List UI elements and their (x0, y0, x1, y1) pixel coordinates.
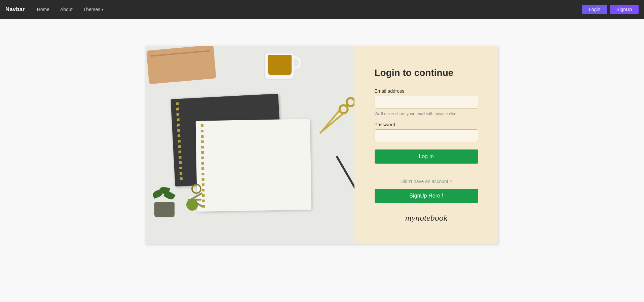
wallet-decoration (146, 46, 216, 84)
navbar-themes-dropdown[interactable]: Themes ▾ (79, 4, 108, 15)
navbar-signup-button[interactable]: SignUp (610, 5, 639, 14)
main-content: Login to continue Email address We'll ne… (0, 19, 644, 271)
navbar-brand: Navbar (5, 6, 25, 13)
signup-here-button[interactable]: SignUp Here ! (375, 189, 478, 203)
navbar-left: Navbar Home About Themes ▾ (5, 4, 107, 15)
login-card: Login to continue Email address We'll ne… (146, 46, 499, 245)
navbar: Navbar Home About Themes ▾ Login SignUp (0, 0, 644, 19)
login-submit-button[interactable]: Log In (375, 149, 478, 164)
form-divider (375, 172, 478, 172)
pencil-decoration (336, 156, 354, 192)
brand-logo: mynotebook (375, 213, 478, 223)
email-input[interactable] (375, 96, 478, 109)
navbar-about-link[interactable]: About (56, 4, 77, 15)
desk-scene (146, 46, 354, 244)
email-group: Email address We'll never share your ema… (375, 88, 478, 117)
password-group: Password (375, 122, 478, 144)
no-account-text: Didn't have an account ? (375, 179, 478, 184)
navbar-right: Login SignUp (582, 5, 639, 14)
email-label: Email address (375, 88, 478, 94)
password-input[interactable] (375, 129, 478, 142)
login-form-panel: Login to continue Email address We'll ne… (354, 46, 498, 244)
plant-decoration (153, 194, 176, 217)
chevron-down-icon: ▾ (102, 8, 103, 11)
navbar-themes-label: Themes (83, 7, 101, 12)
coffee-cup-decoration (261, 49, 301, 86)
navbar-login-button[interactable]: Login (582, 5, 607, 14)
notebook-white-decoration (195, 119, 311, 212)
password-label: Password (375, 122, 478, 127)
login-title: Login to continue (375, 68, 478, 78)
keys-decoration (183, 184, 210, 211)
login-image-panel (146, 46, 354, 244)
scissors-decoration (311, 94, 354, 146)
navbar-home-link[interactable]: Home (33, 4, 53, 15)
email-hint: We'll never share your email with anyone… (375, 112, 458, 116)
